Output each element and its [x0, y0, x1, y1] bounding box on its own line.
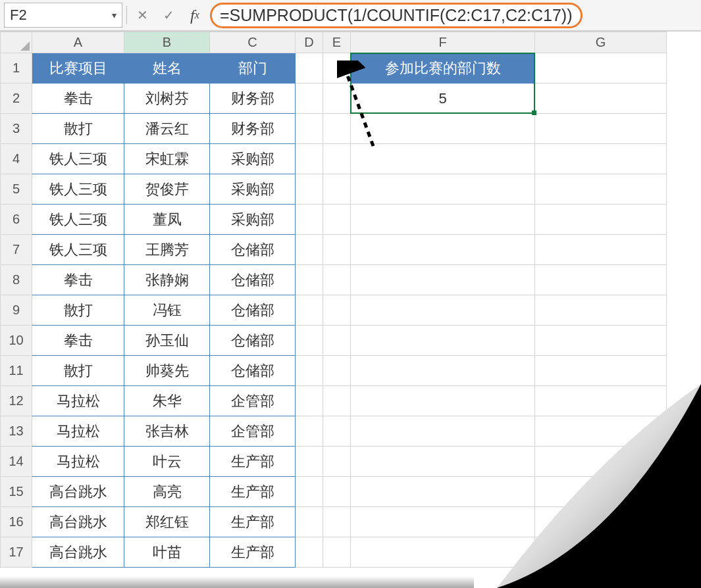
cell-G15[interactable] [535, 477, 667, 507]
cell-D2[interactable] [296, 84, 323, 114]
cell-G8[interactable] [535, 265, 667, 295]
cell-C10[interactable]: 仓储部 [210, 326, 296, 356]
cell-F9[interactable] [351, 295, 535, 326]
row-header-2[interactable]: 2 [1, 84, 32, 114]
cell-F13[interactable] [351, 416, 535, 447]
cell-C5[interactable]: 采购部 [210, 174, 296, 205]
cell-C12[interactable]: 企管部 [210, 386, 296, 416]
cell-B12[interactable]: 朱华 [124, 386, 210, 416]
column-header-G[interactable]: G [535, 32, 667, 53]
formula-input[interactable]: =SUMPRODUCT(1/COUNTIF(C2:C17,C2:C17)) [210, 3, 697, 28]
cell-D16[interactable] [296, 507, 323, 537]
cell-F10[interactable] [351, 326, 535, 356]
cell-A13[interactable]: 马拉松 [32, 416, 124, 447]
cell-B2[interactable]: 刘树芬 [124, 84, 210, 114]
cell-G11[interactable] [535, 356, 667, 386]
cell-G14[interactable] [535, 447, 667, 477]
cell-C8[interactable]: 仓储部 [210, 265, 296, 295]
cell-E11[interactable] [323, 356, 351, 386]
cell-B8[interactable]: 张静娴 [124, 265, 210, 295]
row-header-14[interactable]: 14 [1, 447, 32, 477]
cell-C17[interactable]: 生产部 [210, 537, 296, 568]
row-header-17[interactable]: 17 [1, 537, 32, 568]
cell-G1[interactable] [535, 53, 667, 84]
cell-F11[interactable] [351, 356, 535, 386]
cell-F7[interactable] [351, 235, 535, 265]
cell-C14[interactable]: 生产部 [210, 447, 296, 477]
cell-A14[interactable]: 马拉松 [32, 447, 124, 477]
cell-G4[interactable] [535, 144, 667, 174]
cell-F15[interactable] [351, 477, 535, 507]
cell-F5[interactable] [351, 174, 535, 205]
cell-B3[interactable]: 潘云红 [124, 114, 210, 144]
cell-B1[interactable]: 姓名 [124, 53, 210, 84]
row-header-15[interactable]: 15 [1, 477, 32, 507]
cell-F1[interactable]: 参加比赛的部门数 [351, 53, 535, 84]
enter-icon[interactable]: ✓ [157, 4, 180, 26]
cell-D9[interactable] [296, 295, 323, 326]
cell-D11[interactable] [296, 356, 323, 386]
cell-E10[interactable] [323, 326, 351, 356]
cell-C11[interactable]: 仓储部 [210, 356, 296, 386]
cell-G9[interactable] [535, 295, 667, 326]
cell-C2[interactable]: 财务部 [210, 84, 296, 114]
cell-C4[interactable]: 采购部 [210, 144, 296, 174]
name-box[interactable]: F2 ▾ [4, 3, 122, 28]
cell-A5[interactable]: 铁人三项 [32, 174, 124, 205]
cell-C6[interactable]: 采购部 [210, 205, 296, 235]
cell-C1[interactable]: 部门 [210, 53, 296, 84]
cell-D5[interactable] [296, 174, 323, 205]
cell-C13[interactable]: 企管部 [210, 416, 296, 447]
cell-E15[interactable] [323, 477, 351, 507]
cell-A6[interactable]: 铁人三项 [32, 205, 124, 235]
cell-E17[interactable] [323, 537, 351, 568]
cancel-icon[interactable]: ✕ [131, 4, 153, 26]
cell-F6[interactable] [351, 205, 535, 235]
cell-B16[interactable]: 郑红钰 [124, 507, 210, 537]
cell-D17[interactable] [296, 537, 323, 568]
cell-F8[interactable] [351, 265, 535, 295]
cell-G10[interactable] [535, 326, 667, 356]
cell-F12[interactable] [351, 386, 535, 416]
fx-icon[interactable]: fx [184, 4, 206, 26]
column-header-A[interactable]: A [32, 32, 124, 53]
cell-A4[interactable]: 铁人三项 [32, 144, 124, 174]
column-header-D[interactable]: D [296, 32, 323, 53]
cell-D15[interactable] [296, 477, 323, 507]
cell-C15[interactable]: 生产部 [210, 477, 296, 507]
column-header-C[interactable]: C [210, 32, 296, 53]
cell-G2[interactable] [535, 84, 667, 114]
row-header-4[interactable]: 4 [1, 144, 32, 174]
cell-D1[interactable] [296, 53, 323, 84]
cell-B5[interactable]: 贺俊芹 [124, 174, 210, 205]
cell-F17[interactable] [351, 537, 535, 568]
cell-E5[interactable] [323, 174, 351, 205]
row-header-6[interactable]: 6 [1, 205, 32, 235]
cell-D4[interactable] [296, 144, 323, 174]
row-header-7[interactable]: 7 [1, 235, 32, 265]
cell-D12[interactable] [296, 386, 323, 416]
cell-A8[interactable]: 拳击 [32, 265, 124, 295]
cell-B7[interactable]: 王腾芳 [124, 235, 210, 265]
cell-D13[interactable] [296, 416, 323, 447]
cell-F16[interactable] [351, 507, 535, 537]
column-header-E[interactable]: E [323, 32, 351, 53]
cell-D8[interactable] [296, 265, 323, 295]
worksheet-grid[interactable]: ABCDEFG1比赛项目姓名部门参加比赛的部门数2拳击刘树芬财务部53散打潘云红… [0, 32, 701, 568]
cell-G5[interactable] [535, 174, 667, 205]
cell-D10[interactable] [296, 326, 323, 356]
cell-G16[interactable] [535, 507, 667, 537]
cell-A7[interactable]: 铁人三项 [32, 235, 124, 265]
cell-B13[interactable]: 张吉林 [124, 416, 210, 447]
cell-D3[interactable] [296, 114, 323, 144]
cell-B9[interactable]: 冯钰 [124, 295, 210, 326]
cell-C3[interactable]: 财务部 [210, 114, 296, 144]
cell-D14[interactable] [296, 447, 323, 477]
cell-C16[interactable]: 生产部 [210, 507, 296, 537]
cell-E14[interactable] [323, 447, 351, 477]
cell-A2[interactable]: 拳击 [32, 84, 124, 114]
cell-F3[interactable] [351, 114, 535, 144]
cell-B4[interactable]: 宋虹霖 [124, 144, 210, 174]
cell-E8[interactable] [323, 265, 351, 295]
cell-A10[interactable]: 拳击 [32, 326, 124, 356]
